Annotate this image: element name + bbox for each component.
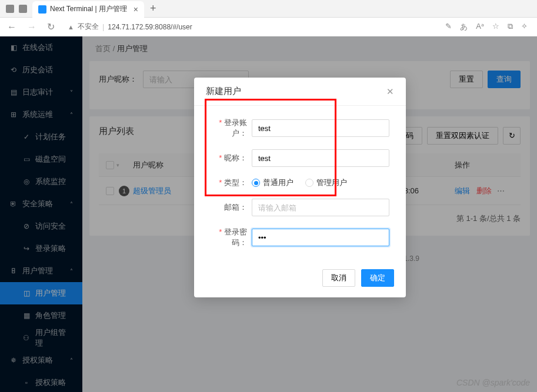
nav-back-icon[interactable]: ← <box>5 22 19 32</box>
collections-icon[interactable]: ⧉ <box>508 22 513 32</box>
edit-icon[interactable]: ✎ <box>445 22 452 32</box>
insecure-label: 不安全 <box>78 22 99 32</box>
tab-title: Next Terminal | 用户管理 <box>50 4 130 14</box>
nav-reload-icon[interactable]: ↻ <box>45 21 57 32</box>
browser-tab[interactable]: Next Terminal | 用户管理 × <box>32 1 144 18</box>
email-label: 邮箱： <box>206 202 252 213</box>
url-text: 124.71.172.59:8088/#/user <box>108 23 192 31</box>
modal-close-icon[interactable]: ✕ <box>386 86 394 97</box>
insecure-icon: ▲ <box>68 24 74 31</box>
browser-actions: ✎ あ Aᵃ ☆ ⧉ ✧ <box>445 22 532 32</box>
account-input[interactable] <box>252 119 389 137</box>
new-user-modal: 新建用户 ✕ 登录账户： 昵称： 类型： 普通用户 管理用户 邮箱： 登录密码：… <box>194 78 406 297</box>
type-label: 类型： <box>206 177 252 188</box>
window-icon-2[interactable] <box>19 5 27 13</box>
password-label: 登录密码： <box>206 227 252 248</box>
radio-normal-user[interactable]: 普通用户 <box>252 177 293 188</box>
browser-tab-strip: Next Terminal | 用户管理 × + <box>0 0 537 18</box>
nickname-input[interactable] <box>252 149 389 167</box>
watermark: CSDN @spark'code <box>456 378 530 387</box>
cancel-button[interactable]: 取消 <box>322 269 355 287</box>
tab-favicon <box>38 5 46 14</box>
radio-admin-user[interactable]: 管理用户 <box>305 177 347 188</box>
email-input[interactable] <box>252 199 389 216</box>
window-icon-1[interactable] <box>6 5 14 13</box>
new-tab-button[interactable]: + <box>144 2 162 15</box>
window-controls <box>0 5 32 13</box>
translate-icon[interactable]: あ <box>460 22 468 32</box>
extensions-icon[interactable]: ✧ <box>521 22 528 32</box>
browser-address-bar: ← → ↻ ▲ 不安全 | 124.71.172.59:8088/#/user … <box>0 18 537 36</box>
url-bar[interactable]: ▲ 不安全 | 124.71.172.59:8088/#/user <box>63 22 439 32</box>
confirm-button[interactable]: 确定 <box>361 269 394 287</box>
favorite-icon[interactable]: ☆ <box>492 22 499 32</box>
radio-dot-off <box>305 179 313 187</box>
nav-forward-icon: → <box>25 22 39 32</box>
nickname-label: 昵称： <box>206 153 252 163</box>
font-icon[interactable]: Aᵃ <box>476 22 484 32</box>
account-label: 登录账户： <box>206 118 252 139</box>
tab-close-icon[interactable]: × <box>134 5 138 14</box>
modal-title: 新建用户 <box>206 86 241 97</box>
password-input[interactable] <box>252 229 389 246</box>
radio-dot-on <box>252 179 260 187</box>
